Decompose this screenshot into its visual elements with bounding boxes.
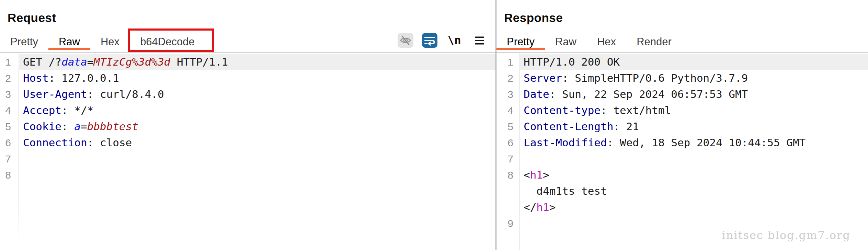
code-line: 4Content-type: text/html: [496, 102, 868, 118]
watermark: initsec blog.gm7.org: [722, 229, 850, 242]
code-line: d4m1ts test: [496, 183, 868, 199]
code-line: 6Connection: close: [0, 135, 495, 151]
line-number: 8: [496, 167, 519, 183]
line-number: 1: [496, 54, 519, 70]
code-text: Last-Modified: Wed, 18 Sep 2024 10:44:55…: [519, 135, 868, 151]
line-number: 3: [496, 86, 519, 102]
tab-label: Pretty: [10, 36, 38, 48]
http-message-viewer: Request PrettyRawHexb64Decode: [0, 0, 868, 250]
code-text: [19, 167, 495, 183]
request-editor[interactable]: 1GET /?data=MTIzCg%3d%3d HTTP/1.12Host: …: [0, 53, 495, 250]
code-text: Server: SimpleHTTP/0.6 Python/3.7.9: [519, 70, 868, 86]
code-line: 5Cookie: a=bbbbtest: [0, 118, 495, 135]
line-number: [496, 199, 519, 215]
line-number: 4: [0, 102, 19, 118]
line-number: 6: [0, 135, 19, 151]
tab-pretty[interactable]: Pretty: [496, 34, 545, 50]
tab-label: Raw: [59, 36, 80, 48]
code-text: [19, 151, 495, 167]
code-text: Content-Length: 21: [519, 118, 868, 135]
request-tabs: PrettyRawHexb64Decode: [0, 34, 205, 50]
code-text: GET /?data=MTIzCg%3d%3d HTTP/1.1: [19, 54, 495, 70]
tab-label: Hex: [597, 36, 616, 48]
code-text: Cookie: a=bbbbtest: [19, 118, 495, 135]
menu-icon[interactable]: [475, 36, 484, 45]
tab-pretty[interactable]: Pretty: [0, 34, 48, 50]
code-text: </h1>: [519, 199, 868, 215]
line-number: 6: [496, 135, 519, 151]
response-panel: Response PrettyRawHexRender 1HTTP/1.0 20…: [496, 0, 868, 250]
tab-hex[interactable]: Hex: [587, 34, 626, 50]
code-line: 3Date: Sun, 22 Sep 2024 06:57:53 GMT: [496, 86, 868, 102]
line-number: 3: [0, 86, 19, 102]
line-number: [496, 183, 519, 199]
code-line: 1HTTP/1.0 200 OK: [496, 54, 868, 70]
line-number: 7: [0, 151, 19, 167]
tab-b64decode[interactable]: b64Decode: [130, 34, 205, 50]
response-code-lines: 1HTTP/1.0 200 OK2Server: SimpleHTTP/0.6 …: [496, 54, 868, 231]
request-panel: Request PrettyRawHexb64Decode: [0, 0, 495, 250]
request-code-lines: 1GET /?data=MTIzCg%3d%3d HTTP/1.12Host: …: [0, 54, 495, 183]
code-line: 5Content-Length: 21: [496, 118, 868, 135]
code-text: Date: Sun, 22 Sep 2024 06:57:53 GMT: [519, 86, 868, 102]
code-line: 3User-Agent: curl/8.4.0: [0, 86, 495, 102]
line-number: 7: [496, 151, 519, 167]
code-text: [519, 151, 868, 167]
code-line: 7: [496, 151, 868, 167]
line-number: 2: [496, 70, 519, 86]
newline-toggle[interactable]: \n: [447, 35, 461, 46]
line-number: 4: [496, 102, 519, 118]
line-number: 5: [0, 118, 19, 135]
request-title: Request: [8, 12, 56, 24]
tab-hex[interactable]: Hex: [90, 34, 130, 50]
code-line: 6Last-Modified: Wed, 18 Sep 2024 10:44:5…: [496, 135, 868, 151]
code-text: HTTP/1.0 200 OK: [519, 54, 868, 70]
line-number: 2: [0, 70, 19, 86]
code-text: Content-type: text/html: [519, 102, 868, 118]
tab-raw[interactable]: Raw: [48, 34, 90, 50]
code-text: <h1>: [519, 167, 868, 183]
tab-label: b64Decode: [140, 36, 195, 48]
code-line: 7: [0, 151, 495, 167]
tab-raw[interactable]: Raw: [545, 34, 587, 50]
eye-off-icon[interactable]: [398, 33, 413, 48]
tab-label: Hex: [101, 36, 119, 48]
code-text: User-Agent: curl/8.4.0: [19, 86, 495, 102]
code-text: d4m1ts test: [519, 183, 868, 199]
line-number: 9: [496, 215, 519, 231]
line-number: 5: [496, 118, 519, 135]
code-text: Host: 127.0.0.1: [19, 70, 495, 86]
request-toolbar: \n: [398, 33, 484, 48]
code-line: </h1>: [496, 199, 868, 215]
code-line: 8<h1>: [496, 167, 868, 183]
line-number: 8: [0, 167, 19, 183]
code-line: 1GET /?data=MTIzCg%3d%3d HTTP/1.1: [0, 54, 495, 70]
code-line: 2Host: 127.0.0.1: [0, 70, 495, 86]
response-tabs: PrettyRawHexRender: [496, 34, 682, 50]
tab-label: Pretty: [507, 36, 535, 48]
response-editor[interactable]: 1HTTP/1.0 200 OK2Server: SimpleHTTP/0.6 …: [496, 53, 868, 250]
word-wrap-icon[interactable]: [422, 33, 437, 48]
code-line: 8: [0, 167, 495, 183]
tab-label: Raw: [555, 36, 576, 48]
tab-label: Render: [637, 36, 672, 48]
code-text: Accept: */*: [19, 102, 495, 118]
tab-render[interactable]: Render: [626, 34, 682, 50]
response-title: Response: [504, 12, 563, 24]
code-text: Connection: close: [19, 135, 495, 151]
line-number: 1: [0, 54, 19, 70]
code-line: 2Server: SimpleHTTP/0.6 Python/3.7.9: [496, 70, 868, 86]
code-line: 4Accept: */*: [0, 102, 495, 118]
